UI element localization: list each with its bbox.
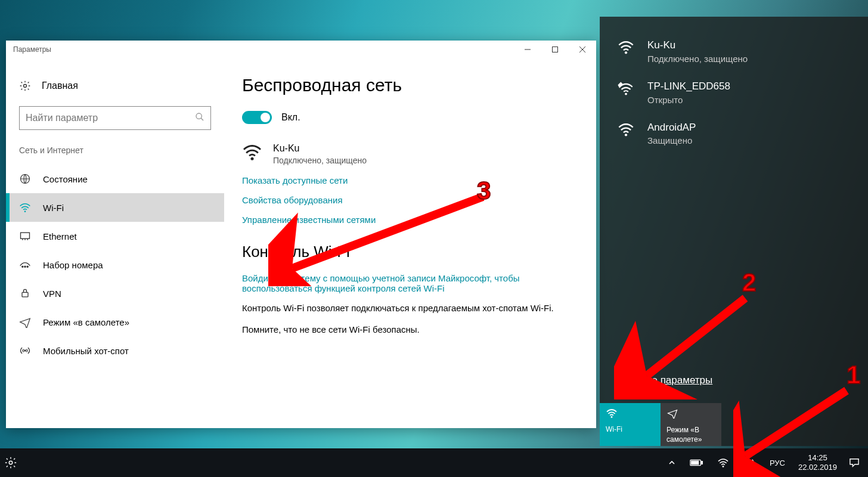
svg-point-4 xyxy=(24,85,27,88)
svg-point-24 xyxy=(9,461,13,464)
action-center-icon[interactable] xyxy=(847,448,862,477)
svg-rect-22 xyxy=(692,461,699,464)
search-input[interactable] xyxy=(26,113,187,123)
wifi-secured-icon xyxy=(616,120,636,147)
airplane-icon xyxy=(666,408,715,422)
network-status: Открыто xyxy=(647,94,730,106)
tray-chevron-icon[interactable] xyxy=(666,448,678,477)
svg-rect-13 xyxy=(22,292,28,297)
airplane-icon xyxy=(19,316,31,328)
svg-line-6 xyxy=(201,118,203,120)
clock-date: 22.02.2019 xyxy=(798,463,837,472)
svg-rect-1 xyxy=(553,47,558,52)
svg-point-10 xyxy=(22,266,23,267)
current-network-status: Подключено, защищено xyxy=(273,155,367,166)
wifi-toggle-label: Вкл. xyxy=(281,112,300,123)
sidebar-item-label: Режим «в самолете» xyxy=(43,317,129,327)
battery-icon[interactable] xyxy=(687,448,705,477)
window-title: Параметры xyxy=(13,45,51,54)
svg-point-18 xyxy=(625,134,627,136)
svg-point-12 xyxy=(27,266,28,267)
svg-rect-21 xyxy=(701,461,702,464)
hotspot-icon xyxy=(19,345,31,356)
network-entry[interactable]: TP-LINK_EDD658 Открыто xyxy=(600,72,868,113)
network-name: Ku-Ku xyxy=(647,38,748,52)
wifi-icon xyxy=(606,408,655,422)
link-signin-microsoft[interactable]: Войдите в систему с помощью учетной запи… xyxy=(242,273,570,293)
sidebar-item-airplane[interactable]: Режим «в самолете» xyxy=(6,308,224,336)
svg-point-14 xyxy=(24,350,26,351)
ethernet-icon xyxy=(19,231,31,241)
wifi-icon xyxy=(616,38,636,65)
window-controls xyxy=(514,41,596,58)
network-status: Подключено, защищено xyxy=(647,52,748,65)
settings-sidebar: Главная Сеть и Интернет Состояние xyxy=(6,58,224,428)
wifi-open-icon xyxy=(616,79,636,106)
network-settings-link[interactable]: Сетевые параметры xyxy=(616,374,712,386)
svg-point-23 xyxy=(722,466,724,467)
svg-point-11 xyxy=(24,266,26,267)
clock[interactable]: 14:25 22.02.2019 xyxy=(798,453,837,473)
svg-point-19 xyxy=(611,416,613,418)
tile-airplane[interactable]: Режим «В самолете» xyxy=(661,403,721,446)
wifi-sense-para1: Контроль Wi-Fi позволяет подключаться к … xyxy=(242,302,570,315)
network-name: AndroidAP xyxy=(647,120,696,135)
link-hardware-props[interactable]: Свойства оборудования xyxy=(242,195,570,205)
wifi-sense-heading: Контроль Wi-Fi xyxy=(242,243,570,261)
link-manage-networks[interactable]: Управление известными сетями xyxy=(242,215,570,225)
maximize-button[interactable] xyxy=(541,41,569,58)
flyout-tiles: Wi-Fi Режим «В самолете» xyxy=(600,403,721,446)
sidebar-item-label: Ethernet xyxy=(43,231,77,241)
network-entry[interactable]: AndroidAP Защищено xyxy=(600,113,868,154)
sidebar-item-ethernet[interactable]: Ethernet xyxy=(6,222,224,250)
settings-content: Беспроводная сеть Вкл. Ku-Ku Подключено,… xyxy=(224,58,596,428)
svg-point-16 xyxy=(625,51,627,54)
sidebar-item-label: Состояние xyxy=(43,174,88,184)
search-icon xyxy=(195,112,204,124)
search-box[interactable] xyxy=(19,106,211,130)
network-name: TP-LINK_EDD658 xyxy=(647,79,730,94)
wifi-toggle[interactable] xyxy=(242,111,272,124)
volume-icon[interactable] xyxy=(741,448,757,477)
svg-point-15 xyxy=(250,157,253,160)
home-label: Главная xyxy=(42,80,78,91)
network-entry[interactable]: Ku-Ku Подключено, защищено xyxy=(600,31,868,72)
globe-icon xyxy=(19,173,31,185)
sidebar-item-dialup[interactable]: Набор номера xyxy=(6,250,224,279)
minimize-button[interactable] xyxy=(514,41,541,58)
sidebar-item-status[interactable]: Состояние xyxy=(6,165,224,193)
svg-point-8 xyxy=(24,210,26,212)
titlebar: Параметры xyxy=(6,41,596,58)
dialup-icon xyxy=(19,260,31,270)
close-button[interactable] xyxy=(569,41,596,58)
tile-wifi[interactable]: Wi-Fi xyxy=(600,403,661,446)
settings-window: Параметры Главная xyxy=(6,41,596,428)
sidebar-item-label: Мобильный хот-спот xyxy=(43,346,129,356)
current-network-name: Ku-Ku xyxy=(273,142,367,155)
wifi-icon xyxy=(242,144,262,165)
sidebar-item-hotspot[interactable]: Мобильный хот-спот xyxy=(6,336,224,365)
sidebar-item-label: VPN xyxy=(43,289,61,299)
gear-icon xyxy=(19,80,31,92)
sidebar-section-label: Сеть и Интернет xyxy=(6,145,224,165)
wifi-tray-icon[interactable] xyxy=(715,448,731,477)
sidebar-item-wifi[interactable]: Wi-Fi xyxy=(6,193,224,222)
sidebar-item-vpn[interactable]: VPN xyxy=(6,279,224,308)
svg-point-5 xyxy=(196,113,202,119)
network-flyout: Ku-Ku Подключено, защищено TP-LINK_EDD65… xyxy=(600,17,868,446)
taskbar: РУС 14:25 22.02.2019 xyxy=(0,448,868,477)
vpn-icon xyxy=(19,288,31,299)
current-network[interactable]: Ku-Ku Подключено, защищено xyxy=(242,142,570,166)
settings-gear-taskbar-icon[interactable] xyxy=(0,456,21,469)
language-indicator[interactable]: РУС xyxy=(766,459,789,467)
page-heading: Беспроводная сеть xyxy=(242,75,570,95)
svg-rect-9 xyxy=(21,233,30,238)
sidebar-item-label: Набор номера xyxy=(43,260,103,270)
wifi-sense-para2: Помните, что не все сети Wi-Fi безопасны… xyxy=(242,323,570,336)
svg-point-17 xyxy=(625,92,627,95)
sidebar-item-label: Wi-Fi xyxy=(43,203,64,213)
link-show-available[interactable]: Показать доступные сети xyxy=(242,175,570,185)
clock-time: 14:25 xyxy=(798,453,837,463)
tile-label: Режим «В самолете» xyxy=(666,426,702,444)
home-nav[interactable]: Главная xyxy=(6,75,224,106)
